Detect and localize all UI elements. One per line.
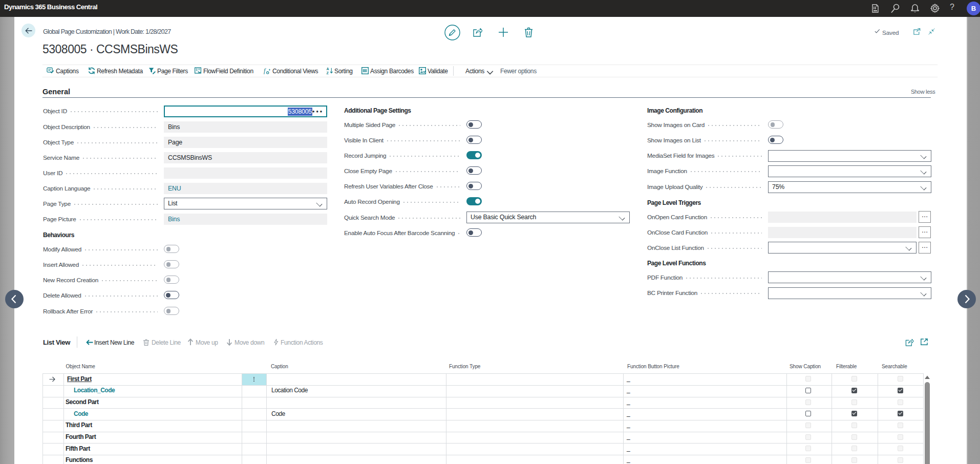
svg-text:f: f	[264, 67, 266, 74]
svg-text:Z: Z	[326, 71, 329, 74]
svg-text:A: A	[326, 67, 329, 71]
